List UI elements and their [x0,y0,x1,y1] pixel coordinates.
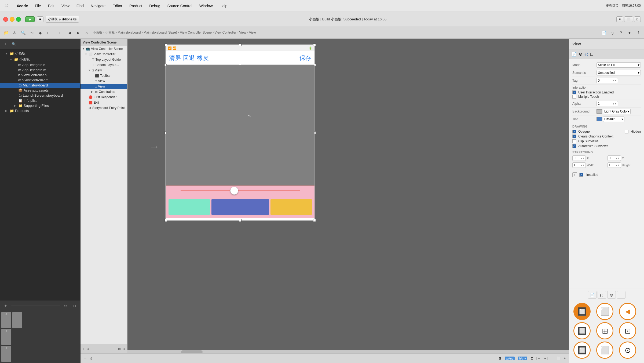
stretch-x-stepper[interactable]: ▲▼ [580,157,584,159]
sidebar-btn-new[interactable]: + [2,41,9,47]
prop-tag-input[interactable]: 0 ▲▼ [597,78,618,83]
nav-item-view3[interactable]: □ View [80,84,127,89]
color-btn-green[interactable] [169,199,210,215]
sidebar-item-launchscreen[interactable]: 🗂 LaunchScreen.storyboard [0,93,80,98]
sidebar-btn-filter[interactable]: 🔍 [10,41,17,47]
toolbar-qingping[interactable]: 清屏 [169,54,181,62]
menu-debug[interactable]: Debug [148,3,161,9]
lib-tab-code[interactable]: { } [598,291,606,299]
menu-find[interactable]: Find [75,3,85,9]
resize-handle-bm[interactable] [239,219,241,222]
layout-btn4[interactable]: →| [544,357,548,360]
menu-editor[interactable]: Editor [111,3,123,9]
sidebar-item-project[interactable]: ▼ 📁 小画板 [0,50,80,56]
color-btn-blue[interactable] [211,199,269,215]
toolbar-save[interactable]: 保存 [299,54,311,62]
sidebar-item-supporting[interactable]: ▶ 📁 Supporting Files [0,103,80,108]
prop-mode-select[interactable]: Scale To Fill ▾ [597,62,641,68]
iphone-drawing-area[interactable]: ↖ [166,65,314,186]
layout-btn3[interactable]: |← [536,357,540,360]
nav-back-icon[interactable]: ◀ [66,30,73,36]
debug-toggle[interactable]: ⬜ [624,16,633,22]
obj-icon-4[interactable]: 🔲 [573,322,591,339]
nav-item-bottomlayout[interactable]: ⊥ Bottom Layout... [80,62,127,68]
nav-item-scene[interactable]: ▼ 📺 View Controller Scene [80,46,127,52]
color-slider[interactable] [166,190,314,191]
bg-color-swatch[interactable] [597,109,602,114]
help-icon[interactable]: ? [617,30,625,36]
sidebar-item-viewcontrollerm[interactable]: m ViewController.m [0,78,80,83]
search-icon[interactable]: 🔍 [19,30,27,36]
stretch-w-stepper[interactable]: ▲▼ [580,164,584,166]
sidebar-item-group-app[interactable]: ▼ 📁 小画板 [0,56,80,62]
menu-window[interactable]: Window [198,3,214,9]
tab-quick-icon[interactable]: ⊙ [579,52,582,57]
stretch-h-stepper[interactable]: ▲▼ [615,164,620,166]
height-any-badge[interactable]: hAny [518,357,527,360]
tab-identity-icon[interactable]: ◎ [584,52,588,57]
layout-btn2[interactable]: ⊡ [530,357,533,360]
nav-item-view[interactable]: ▼ □ View [80,68,127,73]
add-file-icon[interactable]: 📄 [600,30,608,36]
toolbar-xiangpi[interactable]: 橡皮 [197,54,209,62]
obj-icon-7[interactable]: 🔲 [573,342,591,359]
menu-xcode[interactable]: Xcode [16,3,29,9]
minimize-button[interactable] [10,17,14,22]
sidebar-item-appdelegatem[interactable]: m AppDelegate.m [0,67,80,72]
menu-edit[interactable]: Edit [47,3,56,9]
checkbox-clears[interactable]: ✓ [572,135,576,138]
tab-attributes-icon[interactable]: □ [590,52,593,57]
navigator-toggle[interactable]: ≡ [616,16,623,22]
sidebar-nav-icon[interactable]: ◻ [71,303,78,309]
checkbox-autoresize[interactable]: ✓ [572,144,576,148]
share-icon[interactable]: ⤴ [634,30,642,36]
reports-icon[interactable]: ◻ [45,30,53,36]
obj-icon-3[interactable]: ◀ [619,303,636,320]
maximize-button[interactable] [16,17,21,22]
nav-item-vc[interactable]: ▼ ⬜ View Controller [80,52,127,57]
git-icon[interactable]: ⌥ [28,30,35,36]
nav-item-toplayout[interactable]: ⊤ Top Layout Guide [80,57,127,62]
width-any-badge[interactable]: wAny [505,357,515,360]
checkbox-user-interaction[interactable]: ✓ [572,90,576,94]
obj-icon-8[interactable]: ⬜ [596,342,613,359]
obj-icon-2[interactable]: ⬜ [596,303,613,320]
obj-icon-6[interactable]: ⊡ [619,322,636,339]
resize-handle-bl[interactable] [164,219,167,222]
menu-view[interactable]: View [60,3,71,9]
menu-help[interactable]: Help [219,3,229,9]
tab-file-icon[interactable]: 📄 [571,52,577,57]
apple-menu[interactable]: ⌘ [3,3,10,9]
slider-thumb[interactable] [230,187,238,195]
add-installed-btn[interactable]: + [572,172,577,177]
nav-filter-btn[interactable]: ⊡ [122,347,125,351]
lib-tab-square[interactable]: □ [617,291,625,299]
prop-tint-select[interactable]: Default ▾ [603,117,624,122]
checkbox-hidden[interactable] [625,130,628,133]
zoom-in-btn[interactable]: + [564,357,566,360]
tint-color-swatch[interactable] [597,117,602,121]
menu-file[interactable]: File [34,3,42,9]
editor-toggle-btn[interactable]: ⬜ [557,357,561,360]
sidebar-add-btn[interactable]: + [2,303,9,309]
checkbox-installed[interactable]: ✓ [579,173,583,177]
zoom-btn[interactable]: ⊙ [90,357,93,360]
toolbar-huitui[interactable]: 回退 [183,54,195,62]
mini-panel-2[interactable] [12,312,22,328]
sidebar-item-mainstoryboard[interactable]: 🗂 Main.storyboard [0,83,80,88]
layout-btn1[interactable]: ⊞ [499,357,502,360]
prop-alpha-stepper[interactable]: ▲▼ [612,103,617,105]
close-button[interactable] [3,17,8,22]
prop-tag-stepper[interactable]: ▲▼ [612,79,617,82]
stretch-w-input[interactable]: 1 ▲▼ [572,162,586,168]
resize-handle-tr[interactable] [313,43,316,46]
folder-icon[interactable]: 📁 [2,30,10,36]
stretch-h-input[interactable]: 1 ▲▼ [608,162,621,168]
add-scene-btn[interactable]: + [84,355,87,361]
obj-icon-9[interactable]: ⊙ [619,342,636,359]
nav-grid-icon[interactable]: ⊞ [57,30,65,36]
menu-product[interactable]: Product [128,3,143,9]
device-selector[interactable]: 小画板 ▶ iPhone 6s [46,16,79,23]
resize-handle-tl[interactable] [164,43,167,46]
menu-navigate[interactable]: Navigate [90,3,107,9]
